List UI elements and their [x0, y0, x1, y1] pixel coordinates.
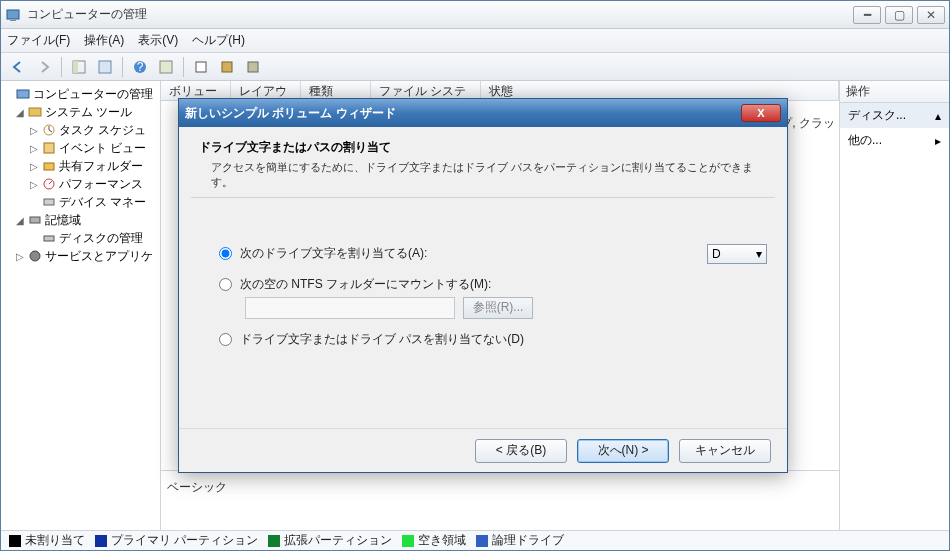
- svg-rect-17: [44, 199, 54, 205]
- back-icon[interactable]: [7, 56, 29, 78]
- radio-mount-folder[interactable]: [219, 278, 232, 291]
- tree-diskmgmt[interactable]: ディスクの管理: [3, 229, 158, 247]
- disk-label: ベーシック: [167, 479, 833, 496]
- actions-header: 操作: [840, 81, 949, 103]
- action2-icon[interactable]: [216, 56, 238, 78]
- svg-rect-15: [44, 163, 54, 170]
- tree-systools[interactable]: ◢システム ツール: [3, 103, 158, 121]
- svg-rect-11: [17, 90, 29, 98]
- radio-assign-letter[interactable]: [219, 247, 232, 260]
- svg-rect-14: [44, 143, 54, 153]
- toolbar: ?: [1, 53, 949, 81]
- dialog-heading: ドライブ文字またはパスの割り当て: [199, 139, 767, 156]
- option-mount-row: 次の空の NTFS フォルダーにマウントする(M):: [219, 276, 767, 293]
- svg-rect-19: [44, 236, 54, 241]
- legend-bar: 未割り当て プライマリ パーティション 拡張パーティション 空き領域 論理ドライ…: [1, 530, 949, 550]
- svg-rect-18: [30, 217, 40, 223]
- label-assign-letter: 次のドライブ文字を割り当てる(A):: [240, 245, 427, 262]
- next-button[interactable]: 次へ(N) >: [577, 439, 669, 463]
- dialog-titlebar: 新しいシンプル ボリューム ウィザード X: [179, 99, 787, 127]
- actions-panel: 操作 ディスク...▴ 他の...▸: [839, 81, 949, 530]
- properties-icon[interactable]: [94, 56, 116, 78]
- cancel-button[interactable]: キャンセル: [679, 439, 771, 463]
- svg-rect-7: [160, 61, 172, 73]
- collapse-icon: ▴: [935, 109, 941, 123]
- tree-perf[interactable]: ▷パフォーマンス: [3, 175, 158, 193]
- minimize-button[interactable]: ━: [853, 6, 881, 24]
- menubar: ファイル(F) 操作(A) 表示(V) ヘルプ(H): [1, 29, 949, 53]
- legend-extended: 拡張パーティション: [268, 532, 392, 549]
- tree-services[interactable]: ▷サービスとアプリケ: [3, 247, 158, 265]
- tree-shared[interactable]: ▷共有フォルダー: [3, 157, 158, 175]
- drive-letter-value: D: [712, 247, 721, 261]
- tree-storage[interactable]: ◢記憶域: [3, 211, 158, 229]
- dialog-button-bar: < 戻る(B) 次へ(N) > キャンセル: [179, 428, 787, 472]
- tree-devmgr[interactable]: デバイス マネー: [3, 193, 158, 211]
- menu-help[interactable]: ヘルプ(H): [192, 32, 245, 49]
- dialog-subtext: アクセスを簡単にするために、ドライブ文字またはドライブ パスをパーティションに割…: [211, 160, 767, 191]
- svg-text:?: ?: [137, 60, 144, 74]
- legend-unalloc: 未割り当て: [9, 532, 85, 549]
- svg-rect-10: [248, 62, 258, 72]
- maximize-button[interactable]: ▢: [885, 6, 913, 24]
- titlebar: コンピューターの管理 ━ ▢ ✕: [1, 1, 949, 29]
- window-title: コンピューターの管理: [27, 6, 853, 23]
- label-no-assign: ドライブ文字またはドライブ パスを割り当てない(D): [240, 331, 524, 348]
- svg-rect-3: [73, 61, 78, 73]
- legend-logical: 論理ドライブ: [476, 532, 564, 549]
- browse-button: 参照(R)...: [463, 297, 533, 319]
- app-icon: [5, 7, 21, 23]
- dialog-close-button[interactable]: X: [741, 104, 781, 122]
- option-assign-row: 次のドライブ文字を割り当てる(A): D ▾: [219, 244, 767, 264]
- tree-panel: コンピューターの管理 ◢システム ツール ▷タスク スケジュ ▷イベント ビュー…: [1, 81, 161, 530]
- action1-icon[interactable]: [190, 56, 212, 78]
- dropdown-icon: ▾: [756, 247, 762, 261]
- svg-rect-9: [222, 62, 232, 72]
- action3-icon[interactable]: [242, 56, 264, 78]
- svg-rect-12: [29, 108, 41, 116]
- refresh-icon[interactable]: [155, 56, 177, 78]
- menu-file[interactable]: ファイル(F): [7, 32, 70, 49]
- radio-no-assign[interactable]: [219, 333, 232, 346]
- actions-other[interactable]: 他の...▸: [840, 128, 949, 153]
- legend-primary: プライマリ パーティション: [95, 532, 258, 549]
- drive-letter-select[interactable]: D ▾: [707, 244, 767, 264]
- tree-task[interactable]: ▷タスク スケジュ: [3, 121, 158, 139]
- svg-point-20: [30, 251, 40, 261]
- show-hide-icon[interactable]: [68, 56, 90, 78]
- svg-rect-1: [10, 20, 16, 21]
- tree-event[interactable]: ▷イベント ビュー: [3, 139, 158, 157]
- actions-disk[interactable]: ディスク...▴: [840, 103, 949, 128]
- svg-rect-0: [7, 10, 19, 19]
- legend-free: 空き領域: [402, 532, 466, 549]
- help-icon[interactable]: ?: [129, 56, 151, 78]
- label-mount-folder: 次の空の NTFS フォルダーにマウントする(M):: [240, 276, 491, 293]
- svg-rect-8: [196, 62, 206, 72]
- wizard-dialog: 新しいシンプル ボリューム ウィザード X ドライブ文字またはパスの割り当て ア…: [178, 98, 788, 473]
- svg-rect-4: [99, 61, 111, 73]
- option-none-row: ドライブ文字またはドライブ パスを割り当てない(D): [219, 331, 767, 348]
- disk-graphic-panel: ベーシック: [161, 470, 839, 530]
- chevron-right-icon: ▸: [935, 134, 941, 148]
- peek-text: プ, クラッ: [780, 115, 835, 132]
- menu-action[interactable]: 操作(A): [84, 32, 124, 49]
- dialog-title: 新しいシンプル ボリューム ウィザード: [185, 105, 741, 122]
- back-button[interactable]: < 戻る(B): [475, 439, 567, 463]
- menu-view[interactable]: 表示(V): [138, 32, 178, 49]
- forward-icon[interactable]: [33, 56, 55, 78]
- mount-path-input: [245, 297, 455, 319]
- tree-root[interactable]: コンピューターの管理: [3, 85, 158, 103]
- mount-path-row: 参照(R)...: [245, 297, 767, 319]
- close-button[interactable]: ✕: [917, 6, 945, 24]
